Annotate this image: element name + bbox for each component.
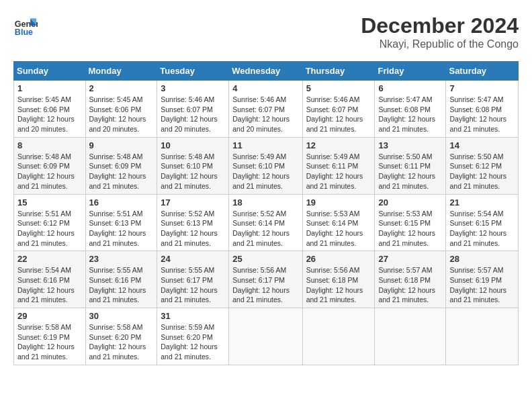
day-number: 9 (89, 140, 154, 150)
calendar-cell: 15 Sunrise: 5:51 AM Sunset: 6:12 PM Dayl… (14, 194, 86, 251)
day-info: Sunrise: 5:56 AM Sunset: 6:18 PM Dayligh… (306, 265, 371, 305)
calendar-cell: 29 Sunrise: 5:58 AM Sunset: 6:19 PM Dayl… (14, 308, 86, 365)
day-number: 6 (378, 83, 442, 93)
day-header-saturday: Saturday (446, 62, 519, 81)
day-number: 12 (306, 140, 371, 150)
day-info: Sunrise: 5:50 AM Sunset: 6:12 PM Dayligh… (449, 152, 515, 191)
day-number: 7 (449, 83, 515, 93)
day-info: Sunrise: 5:48 AM Sunset: 6:10 PM Dayligh… (161, 152, 225, 191)
day-info: Sunrise: 5:52 AM Sunset: 6:14 PM Dayligh… (232, 209, 298, 248)
day-number: 30 (89, 311, 154, 321)
day-info: Sunrise: 5:53 AM Sunset: 6:14 PM Dayligh… (306, 209, 371, 248)
day-number: 19 (306, 197, 371, 208)
day-info: Sunrise: 5:47 AM Sunset: 6:08 PM Dayligh… (378, 95, 442, 134)
day-number: 25 (232, 254, 298, 264)
day-info: Sunrise: 5:52 AM Sunset: 6:13 PM Dayligh… (161, 209, 225, 248)
day-number: 13 (378, 140, 442, 150)
calendar-cell: 30 Sunrise: 5:58 AM Sunset: 6:20 PM Dayl… (85, 308, 157, 365)
calendar-cell: 25 Sunrise: 5:56 AM Sunset: 6:17 PM Dayl… (229, 251, 302, 308)
calendar-cell: 19 Sunrise: 5:53 AM Sunset: 6:14 PM Dayl… (302, 194, 375, 251)
day-info: Sunrise: 5:54 AM Sunset: 6:15 PM Dayligh… (449, 209, 515, 248)
day-info: Sunrise: 5:50 AM Sunset: 6:11 PM Dayligh… (378, 152, 442, 191)
day-info: Sunrise: 5:51 AM Sunset: 6:13 PM Dayligh… (89, 209, 154, 248)
day-info: Sunrise: 5:51 AM Sunset: 6:12 PM Dayligh… (17, 209, 82, 248)
calendar-cell: 6 Sunrise: 5:47 AM Sunset: 6:08 PM Dayli… (375, 81, 446, 138)
day-info: Sunrise: 5:57 AM Sunset: 6:19 PM Dayligh… (449, 265, 515, 305)
calendar-cell: 8 Sunrise: 5:48 AM Sunset: 6:09 PM Dayli… (14, 137, 86, 194)
day-number: 18 (232, 197, 298, 208)
calendar-cell: 22 Sunrise: 5:54 AM Sunset: 6:16 PM Dayl… (14, 251, 86, 308)
calendar-cell: 10 Sunrise: 5:48 AM Sunset: 6:10 PM Dayl… (157, 137, 229, 194)
calendar-cell: 4 Sunrise: 5:46 AM Sunset: 6:07 PM Dayli… (229, 81, 302, 138)
calendar-table: SundayMondayTuesdayWednesdayThursdayFrid… (13, 61, 519, 365)
day-number: 3 (161, 83, 225, 93)
calendar-cell: 17 Sunrise: 5:52 AM Sunset: 6:13 PM Dayl… (157, 194, 229, 251)
day-header-friday: Friday (375, 62, 446, 81)
logo-icon: General Blue (13, 13, 38, 38)
day-number: 26 (306, 254, 371, 264)
day-info: Sunrise: 5:59 AM Sunset: 6:20 PM Dayligh… (161, 322, 225, 362)
day-info: Sunrise: 5:49 AM Sunset: 6:11 PM Dayligh… (306, 152, 371, 191)
calendar-cell: 24 Sunrise: 5:55 AM Sunset: 6:17 PM Dayl… (157, 251, 229, 308)
day-info: Sunrise: 5:46 AM Sunset: 6:07 PM Dayligh… (232, 95, 298, 134)
day-header-sunday: Sunday (14, 62, 86, 81)
day-number: 31 (161, 311, 225, 321)
calendar-cell: 9 Sunrise: 5:48 AM Sunset: 6:09 PM Dayli… (85, 137, 157, 194)
calendar-cell: 28 Sunrise: 5:57 AM Sunset: 6:19 PM Dayl… (446, 251, 519, 308)
svg-text:Blue: Blue (15, 28, 33, 37)
day-number: 8 (17, 140, 82, 150)
calendar-cell (229, 308, 302, 365)
calendar-cell: 2 Sunrise: 5:45 AM Sunset: 6:06 PM Dayli… (85, 81, 157, 138)
calendar-cell: 31 Sunrise: 5:59 AM Sunset: 6:20 PM Dayl… (157, 308, 229, 365)
day-number: 15 (17, 197, 82, 208)
day-number: 29 (17, 311, 82, 321)
day-number: 11 (232, 140, 298, 150)
day-info: Sunrise: 5:56 AM Sunset: 6:17 PM Dayligh… (232, 265, 298, 305)
day-info: Sunrise: 5:46 AM Sunset: 6:07 PM Dayligh… (161, 95, 225, 134)
calendar-cell: 3 Sunrise: 5:46 AM Sunset: 6:07 PM Dayli… (157, 81, 229, 138)
calendar-week-1: 8 Sunrise: 5:48 AM Sunset: 6:09 PM Dayli… (14, 137, 519, 194)
calendar-cell (302, 308, 375, 365)
day-info: Sunrise: 5:53 AM Sunset: 6:15 PM Dayligh… (378, 209, 442, 248)
day-info: Sunrise: 5:48 AM Sunset: 6:09 PM Dayligh… (89, 152, 154, 191)
day-info: Sunrise: 5:45 AM Sunset: 6:06 PM Dayligh… (17, 95, 82, 134)
day-info: Sunrise: 5:58 AM Sunset: 6:20 PM Dayligh… (89, 322, 154, 362)
calendar-cell: 23 Sunrise: 5:55 AM Sunset: 6:16 PM Dayl… (85, 251, 157, 308)
day-header-tuesday: Tuesday (157, 62, 229, 81)
day-info: Sunrise: 5:45 AM Sunset: 6:06 PM Dayligh… (89, 95, 154, 134)
day-number: 16 (89, 197, 154, 208)
calendar-week-2: 15 Sunrise: 5:51 AM Sunset: 6:12 PM Dayl… (14, 194, 519, 251)
day-info: Sunrise: 5:54 AM Sunset: 6:16 PM Dayligh… (17, 265, 82, 305)
logo: General Blue (13, 13, 38, 38)
calendar-week-4: 29 Sunrise: 5:58 AM Sunset: 6:19 PM Dayl… (14, 308, 519, 365)
day-header-wednesday: Wednesday (229, 62, 302, 81)
day-info: Sunrise: 5:55 AM Sunset: 6:17 PM Dayligh… (161, 265, 225, 305)
day-number: 4 (232, 83, 298, 93)
day-number: 20 (378, 197, 442, 208)
calendar-cell: 1 Sunrise: 5:45 AM Sunset: 6:06 PM Dayli… (14, 81, 86, 138)
calendar-week-0: 1 Sunrise: 5:45 AM Sunset: 6:06 PM Dayli… (14, 81, 519, 138)
title-block: December 2024 Nkayi, Republic of the Con… (361, 13, 519, 50)
calendar-cell: 5 Sunrise: 5:46 AM Sunset: 6:07 PM Dayli… (302, 81, 375, 138)
calendar-cell (446, 308, 519, 365)
calendar-cell: 20 Sunrise: 5:53 AM Sunset: 6:15 PM Dayl… (375, 194, 446, 251)
day-info: Sunrise: 5:57 AM Sunset: 6:18 PM Dayligh… (378, 265, 442, 305)
calendar-cell: 11 Sunrise: 5:49 AM Sunset: 6:10 PM Dayl… (229, 137, 302, 194)
day-number: 27 (378, 254, 442, 264)
day-number: 28 (449, 254, 515, 264)
calendar-title: December 2024 (361, 13, 519, 38)
day-info: Sunrise: 5:48 AM Sunset: 6:09 PM Dayligh… (17, 152, 82, 191)
day-number: 22 (17, 254, 82, 264)
day-number: 23 (89, 254, 154, 264)
day-info: Sunrise: 5:47 AM Sunset: 6:08 PM Dayligh… (449, 95, 515, 134)
calendar-cell: 16 Sunrise: 5:51 AM Sunset: 6:13 PM Dayl… (85, 194, 157, 251)
calendar-cell (375, 308, 446, 365)
calendar-cell: 27 Sunrise: 5:57 AM Sunset: 6:18 PM Dayl… (375, 251, 446, 308)
calendar-cell: 13 Sunrise: 5:50 AM Sunset: 6:11 PM Dayl… (375, 137, 446, 194)
calendar-cell: 12 Sunrise: 5:49 AM Sunset: 6:11 PM Dayl… (302, 137, 375, 194)
day-info: Sunrise: 5:46 AM Sunset: 6:07 PM Dayligh… (306, 95, 371, 134)
calendar-cell: 21 Sunrise: 5:54 AM Sunset: 6:15 PM Dayl… (446, 194, 519, 251)
day-number: 2 (89, 83, 154, 93)
calendar-cell: 7 Sunrise: 5:47 AM Sunset: 6:08 PM Dayli… (446, 81, 519, 138)
day-info: Sunrise: 5:49 AM Sunset: 6:10 PM Dayligh… (232, 152, 298, 191)
